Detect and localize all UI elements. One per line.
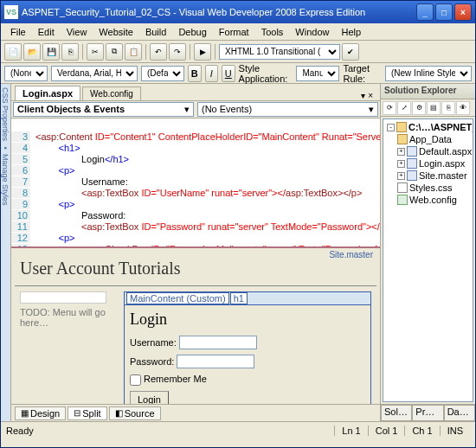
nest-button[interactable]: ⤢ [397, 101, 411, 115]
design-preview: Site.master User Account Tutorials TODO:… [11, 248, 380, 404]
tab-close[interactable]: ▾ × [357, 91, 376, 100]
minimize-button[interactable]: _ [416, 3, 434, 21]
tree-sitemaster[interactable]: +Site.master [385, 170, 471, 182]
target-select[interactable]: (New Inline Style) [385, 66, 472, 81]
menu-format[interactable]: Format [213, 25, 255, 39]
login-heading: Login [130, 310, 365, 329]
left-sidebar[interactable]: CSS Properties ▪ Manage Styles [1, 84, 11, 421]
copy-site-button[interactable]: ⎘ [441, 101, 455, 115]
target-label: Target Rule: [343, 63, 382, 84]
standard-toolbar: 📄 📂 💾 ⎘ ✂ ⧉ 📋 ↶ ↷ ▶ XHTML 1.0 Transition… [1, 41, 475, 63]
password-input[interactable] [177, 355, 254, 368]
menu-window[interactable]: Window [289, 25, 335, 39]
bold-button[interactable]: B [188, 65, 202, 82]
view-tabs: ▦ Design ⊟ Split ◧ Source [11, 404, 380, 421]
tree-login[interactable]: +Login.aspx [385, 157, 471, 170]
status-col: Col 1 [368, 426, 405, 436]
status-ln: Ln 1 [334, 426, 367, 436]
status-ready: Ready [6, 426, 334, 436]
style-select[interactable]: (None) [4, 66, 48, 81]
rtab-solution[interactable]: Sol… [381, 405, 412, 421]
remember-checkbox[interactable] [130, 374, 141, 386]
object-bar: Client Objects & Events▾ (No Events)▾ [11, 101, 380, 118]
doc-tabs: Login.aspx Web.config ▾ × [11, 84, 380, 101]
events-select[interactable]: (No Events)▾ [197, 102, 378, 117]
menu-build[interactable]: Build [139, 25, 172, 39]
copy-button[interactable]: ⧉ [106, 43, 123, 61]
menu-file[interactable]: File [4, 25, 32, 39]
view-split[interactable]: ⊟ Split [68, 406, 106, 420]
view-source[interactable]: ◧ Source [109, 406, 161, 420]
content-tag-path: MainContent (Custom)h1 [125, 292, 370, 305]
view-button[interactable]: 👁 [456, 101, 470, 115]
remember-label: Remember Me [144, 374, 207, 384]
size-select[interactable]: (Default [141, 66, 184, 81]
menu-view[interactable]: View [61, 25, 93, 39]
refresh-button[interactable]: ⟳ [383, 101, 396, 115]
rtab-properties[interactable]: Pr… [412, 405, 443, 421]
right-tabs: Sol… Pr… Da… [381, 404, 475, 421]
menubar: File Edit View Website Build Debug Forma… [1, 23, 475, 41]
todo-text: TODO: Menu will go here… [20, 307, 106, 328]
menu-help[interactable]: Help [335, 25, 367, 39]
sitemaster-label: Site.master [329, 250, 373, 259]
format-toolbar: (None) Verdana, Arial, Hel (Default B I … [1, 63, 475, 84]
status-ch: Ch 1 [404, 426, 439, 436]
italic-button[interactable]: I [205, 65, 219, 82]
cut-button[interactable]: ✂ [87, 43, 104, 61]
tree-root[interactable]: -C:\…\ASPNET_Security [385, 121, 471, 133]
code-editor[interactable]: 3<asp:Content ID="Content1" ContentPlace… [11, 118, 380, 248]
solution-header: Solution Explorer [381, 84, 475, 99]
titlebar: VS ASPNET_Security_Tutorial_02_CS - Visu… [1, 1, 475, 23]
preview-sidebar: TODO: Menu will go here… [20, 291, 115, 404]
doctype-select[interactable]: XHTML 1.0 Transitional ( [219, 44, 340, 60]
tree-webconfig[interactable]: Web.config [385, 194, 471, 206]
tab-login[interactable]: Login.aspx [15, 86, 80, 100]
status-ins: INS [440, 426, 470, 436]
page-heading: User Account Tutorials [15, 252, 376, 286]
new-button[interactable]: 📄 [4, 43, 22, 61]
close-button[interactable]: × [454, 3, 472, 21]
rtab-database[interactable]: Da… [444, 405, 475, 421]
styleapp-select[interactable]: Manual [296, 66, 339, 81]
save-button[interactable]: 💾 [42, 43, 60, 61]
tree-default[interactable]: +Default.aspx [385, 145, 471, 157]
window-title: ASPNET_Security_Tutorial_02_CS - Visual … [22, 7, 416, 17]
solution-tree[interactable]: -C:\…\ASPNET_Security App_Data +Default.… [383, 118, 473, 402]
paste-button[interactable]: 📋 [125, 43, 142, 61]
solution-explorer: Solution Explorer ⟳ ⤢ ⚙ ▤ ⎘ 👁 -C:\…\ASPN… [380, 84, 475, 421]
tree-styles[interactable]: Styles.css [385, 182, 471, 194]
password-label: Password: [130, 356, 174, 367]
menu-debug[interactable]: Debug [172, 25, 212, 39]
tree-appdata[interactable]: App_Data [385, 133, 471, 145]
saveall-button[interactable]: ⎘ [61, 43, 79, 61]
object-select[interactable]: Client Objects & Events▾ [13, 102, 194, 117]
login-button[interactable]: Login [130, 391, 169, 404]
undo-button[interactable]: ↶ [150, 43, 167, 61]
app-icon: VS [4, 5, 18, 19]
validate-button[interactable]: ✔ [342, 43, 359, 61]
tab-webconfig[interactable]: Web.config [82, 86, 141, 100]
maximize-button[interactable]: □ [435, 3, 453, 21]
prop-button[interactable]: ⚙ [412, 101, 426, 115]
statusbar: Ready Ln 1 Col 1 Ch 1 INS [1, 421, 475, 438]
username-label: Username: [130, 337, 177, 348]
run-button[interactable]: ▶ [194, 43, 211, 61]
view-design[interactable]: ▦ Design [15, 406, 66, 420]
solution-toolbar: ⟳ ⤢ ⚙ ▤ ⎘ 👁 [381, 99, 475, 117]
showall-button[interactable]: ▤ [427, 101, 441, 115]
underline-button[interactable]: U [222, 65, 235, 82]
styleapp-label: Style Application: [239, 63, 293, 84]
menu-website[interactable]: Website [93, 25, 139, 39]
menu-edit[interactable]: Edit [32, 25, 61, 39]
font-select[interactable]: Verdana, Arial, Hel [51, 66, 138, 81]
redo-button[interactable]: ↷ [169, 43, 186, 61]
content-panel[interactable]: MainContent (Custom)h1 Login Username: P… [124, 291, 371, 404]
menu-tools[interactable]: Tools [255, 25, 290, 39]
open-button[interactable]: 📂 [23, 43, 41, 61]
username-input[interactable] [179, 336, 257, 349]
